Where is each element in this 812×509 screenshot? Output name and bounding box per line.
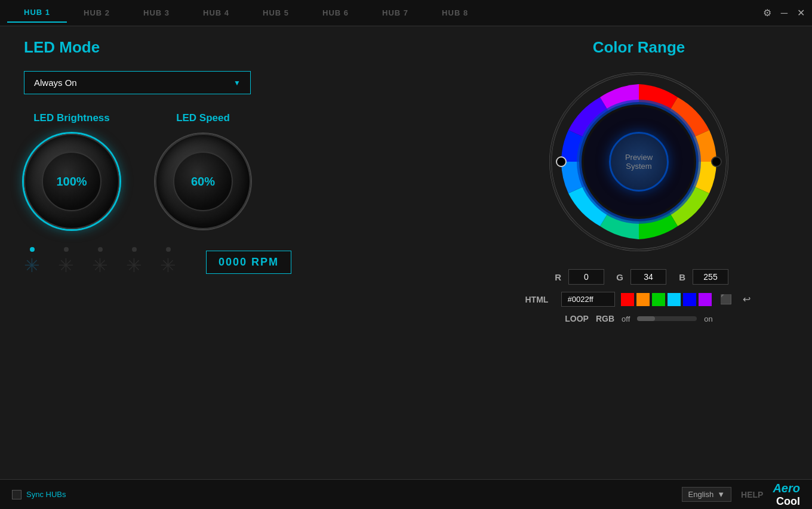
tab-hub7[interactable]: HUB 7 xyxy=(365,4,425,22)
fan-item-4: ✳ xyxy=(126,247,142,277)
loop-label: LOOP xyxy=(565,314,589,323)
sync-hubs-checkbox[interactable] xyxy=(12,490,21,499)
left-panel: LED Mode Always On ▼ LED Brightness xyxy=(24,38,490,467)
loop-slider[interactable] xyxy=(637,316,697,321)
brightness-knob[interactable]: 100% xyxy=(24,134,119,229)
fan-icon-5: ✳ xyxy=(160,254,176,277)
speed-value: 60% xyxy=(191,175,215,189)
tab-hub1[interactable]: HUB 1 xyxy=(7,3,67,23)
right-panel: Color Range xyxy=(490,38,788,467)
speed-knob-section: LED Speed 60% xyxy=(155,112,251,229)
html-row: HTML ⬛ ↩ xyxy=(490,292,788,307)
aerocool-logo: Aero Cool xyxy=(773,482,800,508)
rgb-row: R G B xyxy=(490,269,788,285)
brightness-knob-outer: 100% xyxy=(24,134,119,229)
brightness-label: LED Brightness xyxy=(33,112,110,124)
help-button[interactable]: HELP xyxy=(741,490,763,499)
dropdown-value: Always On xyxy=(34,78,77,88)
speed-label: LED Speed xyxy=(176,112,230,124)
svg-point-12 xyxy=(556,157,566,166)
fan-icon-2: ✳ xyxy=(58,254,74,277)
logo-cool-text: Cool xyxy=(776,495,800,508)
html-label: HTML xyxy=(525,295,555,304)
loop-off-label: off xyxy=(622,314,630,323)
swatch-green[interactable] xyxy=(652,293,665,306)
tab-hub6[interactable]: HUB 6 xyxy=(306,4,365,22)
brightness-knob-section: LED Brightness 100% xyxy=(24,112,119,229)
fan-item-3: ✳ xyxy=(92,247,108,277)
bottom-bar: Sync HUBs English ▼ HELP Aero Cool xyxy=(0,479,812,509)
g-input[interactable] xyxy=(630,269,666,285)
swatch-purple[interactable] xyxy=(699,293,712,306)
fan-row: ✳ ✳ ✳ ✳ ✳ 0000 RPM xyxy=(24,247,466,277)
svg-point-13 xyxy=(712,157,721,166)
dropdown-wrapper: Always On ▼ xyxy=(24,71,466,94)
led-mode-dropdown[interactable]: Always On ▼ xyxy=(24,71,251,94)
language-dropdown[interactable]: English ▼ xyxy=(682,487,732,502)
tab-hub5[interactable]: HUB 5 xyxy=(246,4,306,22)
minimize-icon[interactable]: ─ xyxy=(781,8,788,18)
b-input[interactable] xyxy=(693,269,728,285)
fan-item-5: ✳ xyxy=(160,247,176,277)
sync-hubs-label: Sync HUBs xyxy=(26,490,66,499)
close-icon[interactable]: ✕ xyxy=(797,7,805,18)
led-mode-title: LED Mode xyxy=(24,38,466,57)
r-label: R xyxy=(549,272,561,282)
speed-knob-inner: 60% xyxy=(173,152,233,211)
color-range-title: Color Range xyxy=(593,38,685,57)
copy-icon[interactable]: ⬛ xyxy=(718,292,734,306)
swatch-red[interactable] xyxy=(621,293,634,306)
brightness-value: 100% xyxy=(56,175,87,189)
fan-item-1: ✳ xyxy=(24,247,40,277)
color-wheel-container[interactable]: PreviewSystem xyxy=(543,66,734,257)
html-color-input[interactable] xyxy=(561,292,615,307)
brightness-knob-inner: 100% xyxy=(42,152,102,211)
fan-dot-5 xyxy=(166,247,171,252)
reset-icon[interactable]: ↩ xyxy=(740,292,753,306)
tab-hub2[interactable]: HUB 2 xyxy=(67,4,127,22)
preview-system-label: PreviewSystem xyxy=(625,153,653,171)
chevron-down-icon: ▼ xyxy=(233,79,241,87)
logo-aero-text: Aero xyxy=(773,482,800,495)
fan-dot-1 xyxy=(30,247,35,252)
swatch-cyan[interactable] xyxy=(668,293,681,306)
swatch-blue[interactable] xyxy=(683,293,696,306)
loop-row: LOOP RGB off on xyxy=(490,314,788,323)
fan-icon-1: ✳ xyxy=(24,254,40,277)
knobs-row: LED Brightness 100% xyxy=(24,112,466,229)
rgb-loop-label: RGB xyxy=(596,314,614,323)
language-label: English xyxy=(688,490,714,499)
sync-hubs-control: Sync HUBs xyxy=(12,490,66,499)
settings-icon[interactable]: ⚙ xyxy=(763,7,771,18)
fan-dot-2 xyxy=(64,247,69,252)
r-input[interactable] xyxy=(568,269,604,285)
speed-knob-outer: 60% xyxy=(155,134,251,229)
fan-dot-4 xyxy=(132,247,137,252)
title-bar: HUB 1 HUB 2 HUB 3 HUB 4 HUB 5 HUB 6 HUB … xyxy=(0,0,812,26)
fan-icon-3: ✳ xyxy=(92,254,108,277)
fan-item-2: ✳ xyxy=(58,247,74,277)
rpm-display: 0000 RPM xyxy=(206,251,291,274)
tab-hub8[interactable]: HUB 8 xyxy=(425,4,485,22)
speed-knob[interactable]: 60% xyxy=(155,134,251,229)
fan-icon-4: ✳ xyxy=(126,254,142,277)
b-label: B xyxy=(673,272,685,282)
swatch-orange[interactable] xyxy=(636,293,650,306)
preview-system-button[interactable]: PreviewSystem xyxy=(609,132,669,192)
bottom-right: English ▼ HELP Aero Cool xyxy=(682,482,800,508)
loop-slider-fill xyxy=(637,316,655,321)
main-content: LED Mode Always On ▼ LED Brightness xyxy=(0,26,812,479)
g-label: G xyxy=(611,272,623,282)
tab-hub4[interactable]: HUB 4 xyxy=(186,4,246,22)
color-swatches xyxy=(621,293,712,306)
chevron-down-icon: ▼ xyxy=(717,490,725,499)
fan-dot-3 xyxy=(98,247,103,252)
tab-hub3[interactable]: HUB 3 xyxy=(127,4,186,22)
window-controls: ⚙ ─ ✕ xyxy=(763,7,805,18)
loop-on-label: on xyxy=(704,314,712,323)
